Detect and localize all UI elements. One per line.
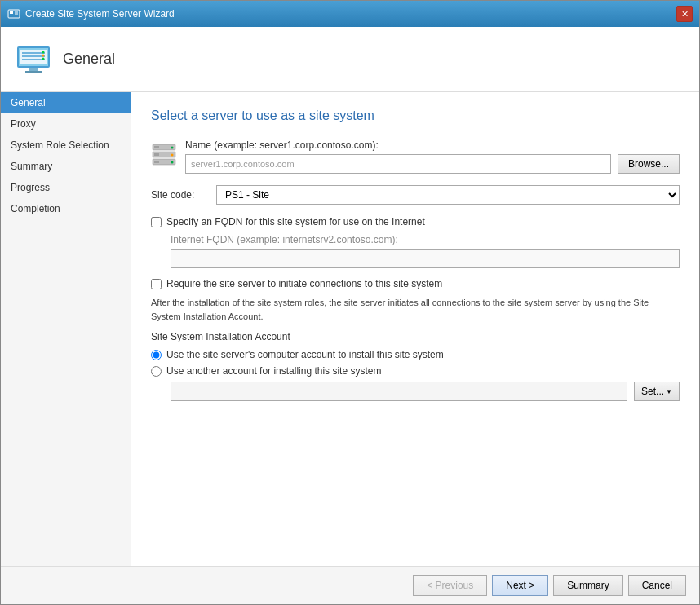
title-bar-left: Create Site System Server Wizard: [7, 7, 175, 20]
name-input-row: Browse...: [185, 154, 680, 174]
header-title: General: [63, 51, 115, 68]
main-area: General Proxy System Role Selection Summ…: [1, 92, 699, 566]
wizard-footer: < Previous Next > Summary Cancel: [1, 566, 699, 604]
previous-button[interactable]: < Previous: [413, 575, 487, 596]
wizard-window: Create Site System Server Wizard ✕: [0, 0, 700, 605]
svg-rect-1: [10, 11, 13, 14]
sidebar-item-completion[interactable]: Completion: [1, 198, 131, 219]
description-text: After the installation of the site syste…: [151, 296, 680, 323]
radio-computer-label[interactable]: Use the site server's computer account t…: [166, 349, 444, 360]
name-label: Name (example: server1.corp.contoso.com)…: [185, 139, 680, 151]
require-checkbox-row: Require the site server to initiate conn…: [151, 278, 680, 289]
radio-another-account[interactable]: [151, 366, 162, 377]
fqdn-checkbox-label[interactable]: Specify an FQDN for this site system for…: [166, 216, 425, 227]
site-code-select[interactable]: PS1 - Site: [216, 185, 680, 205]
name-form-row: Name (example: server1.corp.contoso.com)…: [151, 139, 680, 174]
summary-button[interactable]: Summary: [553, 575, 622, 596]
svg-rect-19: [154, 153, 159, 156]
svg-point-12: [42, 51, 45, 53]
site-code-label: Site code:: [151, 189, 208, 201]
svg-point-13: [42, 54, 45, 56]
require-checkbox[interactable]: [151, 279, 162, 289]
site-code-row: Site code: PS1 - Site: [151, 185, 680, 205]
svg-point-17: [171, 147, 174, 149]
title-bar: Create Site System Server Wizard ✕: [1, 1, 699, 27]
page-title: Select a server to use as a site system: [151, 108, 680, 123]
account-input[interactable]: [171, 382, 627, 401]
sidebar-item-system-role[interactable]: System Role Selection: [1, 135, 131, 156]
next-button[interactable]: Next >: [492, 575, 548, 596]
close-button[interactable]: ✕: [676, 6, 693, 22]
title-bar-icon: [7, 7, 20, 20]
installation-account-title: Site System Installation Account: [151, 331, 680, 342]
name-input[interactable]: [185, 154, 611, 174]
set-button[interactable]: Set... ▼: [634, 382, 680, 401]
svg-point-23: [171, 161, 174, 164]
svg-point-20: [171, 154, 174, 157]
fqdn-checkbox-row: Specify an FQDN for this site system for…: [151, 216, 680, 227]
title-text: Create Site System Server Wizard: [25, 8, 175, 20]
content-area: Select a server to use as a site system: [131, 92, 699, 566]
title-bar-controls: ✕: [676, 6, 693, 22]
sidebar-item-proxy[interactable]: Proxy: [1, 113, 131, 135]
wizard-header: General: [1, 27, 699, 92]
browse-button[interactable]: Browse...: [618, 154, 680, 174]
svg-point-14: [42, 57, 45, 60]
svg-rect-16: [154, 146, 159, 148]
radio-another-row: Use another account for installing this …: [151, 365, 680, 377]
svg-rect-11: [25, 71, 42, 73]
sidebar: General Proxy System Role Selection Summ…: [1, 92, 131, 566]
sidebar-item-general[interactable]: General: [1, 92, 131, 113]
fqdn-input[interactable]: [171, 249, 680, 268]
radio-another-label[interactable]: Use another account for installing this …: [166, 365, 381, 377]
sidebar-item-progress[interactable]: Progress: [1, 177, 131, 198]
name-fields: Name (example: server1.corp.contoso.com)…: [185, 139, 680, 174]
set-dropdown-arrow: ▼: [666, 388, 672, 395]
radio-computer-row: Use the site server's computer account t…: [151, 349, 680, 360]
sidebar-item-summary[interactable]: Summary: [1, 156, 131, 177]
wizard-header-icon: [14, 40, 53, 79]
svg-rect-10: [29, 68, 38, 71]
server-form-icon: [151, 141, 177, 167]
radio-computer-account[interactable]: [151, 350, 162, 360]
require-checkbox-label[interactable]: Require the site server to initiate conn…: [166, 278, 442, 289]
fqdn-field-label: Internet FQDN (example: internetsrv2.con…: [171, 234, 680, 245]
account-input-row: Set... ▼: [171, 382, 680, 401]
svg-rect-22: [154, 161, 159, 163]
fqdn-checkbox[interactable]: [151, 217, 162, 227]
cancel-button[interactable]: Cancel: [628, 575, 686, 596]
